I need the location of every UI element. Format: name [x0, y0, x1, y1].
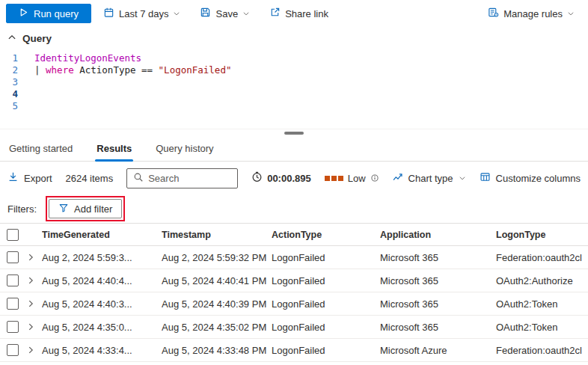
save-label: Save	[215, 8, 238, 19]
info-icon[interactable]	[371, 174, 379, 182]
code-line[interactable]: 3	[0, 76, 588, 88]
table-cell: LogonFailed	[272, 345, 380, 356]
row-checkbox[interactable]	[7, 321, 19, 333]
search-box[interactable]	[126, 168, 238, 188]
tab-getting-started[interactable]: Getting started	[7, 138, 74, 161]
table-cell: OAuth2:Token	[496, 298, 588, 310]
expand-row-chevron-icon[interactable]	[25, 275, 42, 286]
share-link-label: Share link	[285, 8, 328, 19]
table-cell: Microsoft Azure	[380, 345, 496, 356]
query-section-header[interactable]: Query	[0, 27, 588, 48]
share-link-button[interactable]: Share link	[262, 3, 336, 24]
query-section-title: Query	[22, 33, 52, 44]
tab-label: Results	[97, 143, 132, 154]
code-token: "LogonFailed"	[159, 64, 232, 76]
code-token: IdentityLogonEvents	[34, 52, 141, 64]
chart-type-dropdown[interactable]: Chart type	[392, 171, 466, 185]
table-row[interactable]: Aug 5, 2024 4:40:3...Aug 5, 2024 4:40:39…	[0, 292, 588, 316]
table-cell: Microsoft 365	[380, 275, 496, 286]
expand-row-chevron-icon[interactable]	[25, 298, 42, 309]
line-number: 5	[0, 100, 34, 112]
code-line[interactable]: 1IdentityLogonEvents	[0, 52, 588, 64]
duration-value: 00:00.895	[267, 173, 311, 184]
code-line[interactable]: 4	[0, 88, 588, 100]
search-input[interactable]	[148, 173, 231, 184]
table-cell: Aug 5, 2024 4:40:39 PM	[162, 298, 272, 310]
filter-icon	[58, 203, 69, 215]
tab-results[interactable]: Results	[95, 138, 133, 161]
line-number: 4	[0, 88, 34, 100]
run-query-button[interactable]: Run query	[6, 4, 91, 23]
add-filter-button[interactable]: Add filter	[49, 199, 122, 218]
table-cell: Microsoft 365	[380, 298, 496, 310]
export-label: Export	[24, 173, 52, 184]
line-number: 1	[0, 52, 34, 64]
pane-splitter[interactable]	[0, 129, 588, 138]
manage-rules-label: Manage rules	[503, 8, 563, 19]
table-cell: Aug 5, 2024 4:35:0...	[42, 322, 162, 333]
select-all-checkbox[interactable]	[7, 229, 19, 241]
line-number: 3	[0, 76, 34, 88]
columns-grid-icon	[480, 171, 491, 185]
collapse-query-chevron-icon[interactable]	[7, 33, 16, 44]
table-body: Aug 2, 2024 5:59:3...Aug 2, 2024 5:59:32…	[0, 246, 588, 362]
add-filter-label: Add filter	[74, 203, 112, 215]
code-line-content[interactable]: | where ActionType == "LogonFailed"	[34, 64, 231, 76]
time-range-label: Last 7 days	[119, 8, 169, 19]
table-row[interactable]: Aug 5, 2024 4:40:4...Aug 5, 2024 4:40:41…	[0, 269, 588, 292]
filters-row: Filters: Add filter	[0, 194, 588, 223]
query-duration: 00:00.895	[251, 171, 311, 185]
calendar-icon	[103, 7, 114, 20]
column-header-actiontype[interactable]: ActionType	[272, 230, 380, 240]
column-header-application[interactable]: Application	[380, 230, 496, 240]
tab-label: Query history	[156, 143, 213, 154]
code-line[interactable]: 5	[0, 100, 588, 112]
table-row[interactable]: Aug 5, 2024 4:33:4...Aug 5, 2024 4:33:48…	[0, 339, 588, 362]
customize-columns-label: Customize columns	[496, 173, 581, 184]
row-checkbox-cell	[0, 298, 25, 310]
chevron-down-icon	[459, 173, 466, 184]
results-table: TimeGeneratedTimestampActionTypeApplicat…	[0, 223, 588, 365]
table-cell: LogonFailed	[272, 298, 380, 310]
chevron-down-icon	[567, 8, 575, 19]
row-checkbox-cell	[0, 274, 25, 286]
column-header-logontype[interactable]: LogonType	[496, 230, 588, 240]
customize-columns-button[interactable]: Customize columns	[480, 171, 581, 185]
export-button[interactable]: Export	[7, 171, 52, 185]
expand-row-chevron-icon[interactable]	[25, 345, 42, 355]
table-row[interactable]: Aug 5, 2024 4:35:0...Aug 5, 2024 4:35:02…	[0, 316, 588, 339]
play-icon	[19, 7, 28, 19]
download-icon	[7, 171, 19, 185]
column-header-timestamp[interactable]: Timestamp	[162, 230, 272, 240]
row-checkbox[interactable]	[7, 274, 19, 286]
table-cell: LogonFailed	[272, 322, 380, 333]
code-editor[interactable]: 1IdentityLogonEvents2| where ActionType …	[0, 48, 588, 129]
code-token: ActionType	[74, 64, 141, 76]
manage-rules-dropdown[interactable]: Manage rules	[480, 3, 582, 24]
row-checkbox[interactable]	[7, 251, 19, 263]
table-cell: Microsoft 365	[380, 322, 496, 333]
row-checkbox[interactable]	[7, 298, 19, 310]
column-header-timegenerated[interactable]: TimeGenerated	[42, 230, 162, 240]
code-line-content[interactable]: IdentityLogonEvents	[34, 52, 141, 64]
chart-type-label: Chart type	[408, 173, 453, 184]
table-cell: Aug 2, 2024 5:59:3...	[42, 252, 162, 263]
save-dropdown[interactable]: Save	[192, 3, 257, 24]
tab-bar: Getting started Results Query history	[0, 138, 588, 162]
manage-rules-icon	[488, 7, 499, 20]
run-query-label: Run query	[34, 8, 79, 19]
table-cell: Aug 5, 2024 4:35:02 PM	[162, 322, 272, 333]
chevron-down-icon	[173, 8, 180, 19]
code-token: |	[34, 64, 46, 76]
table-row[interactable]: Aug 2, 2024 5:59:3...Aug 2, 2024 5:59:32…	[0, 246, 588, 269]
row-checkbox-cell	[0, 321, 25, 333]
expand-row-chevron-icon[interactable]	[25, 252, 42, 263]
splitter-grip[interactable]	[284, 132, 304, 135]
time-range-dropdown[interactable]: Last 7 days	[96, 3, 189, 24]
row-checkbox[interactable]	[7, 344, 19, 356]
code-line[interactable]: 2| where ActionType == "LogonFailed"	[0, 64, 588, 76]
command-bar: Run query Last 7 days Save Share link Ma…	[0, 0, 588, 27]
table-cell: OAuth2:Authorize	[496, 275, 588, 286]
expand-row-chevron-icon[interactable]	[25, 322, 42, 332]
tab-query-history[interactable]: Query history	[154, 138, 215, 161]
